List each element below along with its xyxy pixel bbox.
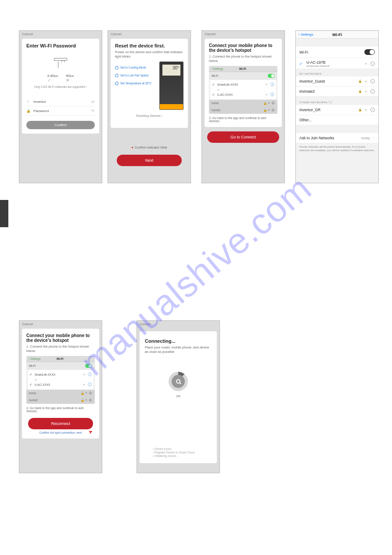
screenshot-connect-hotspot: Cancel Connect your mobile phone to the … <box>201 30 285 183</box>
mini-back: ‹ Settings <box>211 67 223 70</box>
password-input[interactable]: 🔒 Password 👁 <box>26 106 95 116</box>
page-side-tab <box>0 200 8 227</box>
toggle-icon[interactable] <box>364 49 375 55</box>
wifi-icon: ᯤ <box>365 90 368 93</box>
freq-24g: 2.4GHz✓ <box>47 74 58 83</box>
wifi-icon: 🔒 ᯤ ⓘ <box>81 399 92 402</box>
screenshot-ios-wifi-settings: ‹ Settings Wi-Fi Wi-Fi ✓ U-AC-197B Unsec… <box>295 30 379 183</box>
screen2-sub: Power on the device and confirm that ind… <box>115 50 183 59</box>
info-icon[interactable]: i <box>370 79 375 83</box>
lock-icon: 🔒 <box>358 90 362 93</box>
screenshot-row-2: Cancel Connect your mobile phone to the … <box>19 320 220 473</box>
arrow-icon: ➤ <box>87 428 94 435</box>
go-to-connect-button[interactable]: Go to Connect <box>207 131 279 143</box>
screen3-step2: 2. Go back to the app and continue to ad… <box>209 116 277 123</box>
info-icon: ⓘ <box>270 82 274 87</box>
wifi-icon: ᯤ <box>266 83 269 86</box>
cancel-link[interactable]: Cancel <box>108 31 191 39</box>
wifi-icon: ᯤ <box>365 109 368 112</box>
wifi-icon: 🔒 ᯤ ⓘ <box>263 102 275 105</box>
confirm-hotspot-link[interactable]: Confirm hot spot connection, next ➤ <box>26 431 95 434</box>
screen3-title: Connect your mobile phone to the device'… <box>209 43 277 53</box>
remote-illustration: 30° <box>159 62 183 110</box>
screen2-title: Reset the device first. <box>115 43 183 48</box>
screenshot-enter-wifi-password: Cancel Enter Wi-Fi Password 2.4GHz✓ 5GHz… <box>19 30 102 183</box>
cross-icon: ✕ <box>66 78 74 83</box>
mini-settings-panel: ‹ SettingsWi-Fi Wi-Fi ✓SmartLife-XXXXᯤⓘ … <box>26 356 95 404</box>
screen5-step2: 2. Go back to the app and continue to ad… <box>26 406 95 413</box>
screenshot-reset-device: Cancel Reset the device first. Power on … <box>108 30 191 183</box>
network-row[interactable]: Inventor_GR🔒ᯤi <box>296 105 378 115</box>
spinner-icon <box>329 100 332 103</box>
cancel-link[interactable]: Cancel <box>19 321 102 329</box>
progress-indicator <box>169 372 188 391</box>
supported-note[interactable]: Only 2.4G Wi-Fi networks are supported › <box>26 85 95 88</box>
info-icon[interactable]: i <box>370 62 375 66</box>
screen5-step1: 1. Connect the phone to the hotspot show… <box>26 345 95 353</box>
cancel-link[interactable]: Cancel <box>19 31 102 39</box>
network-row[interactable]: Inventor_Guest🔒ᯤi <box>296 76 378 87</box>
progress-percent: 1% <box>145 395 212 398</box>
reconnect-button[interactable]: Reconnect <box>28 418 93 429</box>
check-icon: ✓ <box>29 383 33 387</box>
info-icon[interactable]: i <box>370 108 375 112</box>
wifi-icon: ᯤ <box>83 383 86 386</box>
chevron-right-icon: › <box>374 136 375 140</box>
confirm-button[interactable]: Confirm <box>26 121 95 129</box>
lock-icon: 🔒 <box>358 80 362 83</box>
swap-icon[interactable]: ⇄ <box>91 99 95 104</box>
lock-icon: 🔒 <box>26 109 31 113</box>
info-icon: ⓘ <box>270 92 274 98</box>
wifi-icon: ᯤ <box>266 93 269 96</box>
toggle-icon <box>268 74 275 78</box>
check-icon: ✓ <box>47 78 58 83</box>
wifi-icon: 🔒 ᯤ ⓘ <box>81 392 92 395</box>
cancel-link[interactable]: Cancel <box>137 321 219 329</box>
option-fan[interactable]: Set to Low Fan Speed <box>115 74 157 77</box>
info-icon: ⓘ <box>88 372 92 377</box>
wifi-icon: ᯤ <box>365 62 368 65</box>
wifi-icon: ᯤ <box>365 80 368 83</box>
check-icon: ✓ <box>299 62 304 66</box>
wifi-icon: ᯤ <box>83 373 86 376</box>
wifi-title: Wi-Fi <box>296 33 378 37</box>
mini-back: ‹ Settings <box>29 357 40 360</box>
my-networks-header: MY NETWORKS <box>296 69 378 76</box>
wifi-toggle-row[interactable]: Wi-Fi <box>296 47 378 58</box>
next-button[interactable]: Next <box>117 155 182 166</box>
ssid-input[interactable]: ᯤ Inventor ⇄ <box>26 97 95 106</box>
connecting-title: Connecting... <box>145 338 212 344</box>
lock-icon: 🔒 <box>358 108 362 112</box>
mini-settings-panel: ‹ SettingsWi-Fi Wi-Fi ✓SmartLife-XXXXᯤⓘ … <box>209 66 277 114</box>
wifi-icon: ᯤ <box>26 100 31 104</box>
router-illustration <box>52 58 69 71</box>
other-networks-header: OTHER NETWORKS <box>296 97 378 105</box>
confirm-blink-checkbox[interactable]: ●Confirm indicator blink <box>108 145 191 149</box>
network-row[interactable]: Invmate2🔒ᯤi <box>296 87 378 97</box>
check-icon: ✓ <box>212 93 216 97</box>
search-icon <box>176 379 180 384</box>
cancel-link[interactable]: Cancel <box>202 31 284 39</box>
wifi-icon: 🔒 ᯤ ⓘ <box>263 109 275 112</box>
ask-to-join-row[interactable]: Ask to Join NetworksNotify› <box>296 133 378 143</box>
toggle-icon <box>85 364 92 368</box>
option-temp[interactable]: Set Temperature at 30°C <box>115 82 157 85</box>
ask-to-join-note: Known networks will be joined automatica… <box>296 143 378 155</box>
freq-5g: 5GHz✕ <box>66 74 74 83</box>
screen3-step1: 1. Connect the phone to the hotspot show… <box>209 54 277 63</box>
eye-icon[interactable]: 👁 <box>91 109 95 113</box>
info-icon[interactable]: i <box>370 89 375 94</box>
resetting-devices-link[interactable]: Resetting Devices › <box>115 114 183 117</box>
other-network-row[interactable]: Other... <box>296 115 378 125</box>
current-network-row[interactable]: ✓ U-AC-197B Unsecured Network ᯤ i <box>296 58 378 69</box>
check-icon: ✓ <box>212 83 216 87</box>
check-icon: ✓ <box>29 373 33 377</box>
progress-steps: Device found Register Device to Smart Cl… <box>153 447 194 458</box>
screenshot-row-1: Cancel Enter Wi-Fi Password 2.4GHz✓ 5GHz… <box>19 30 379 183</box>
option-cooling[interactable]: Set to Cooling Mode <box>115 66 157 69</box>
screen5-title: Connect your mobile phone to the device'… <box>26 333 95 343</box>
screen1-title: Enter Wi-Fi Password <box>26 43 95 48</box>
info-icon: ⓘ <box>88 382 92 388</box>
connecting-sub: Place your router, mobile phone, and dev… <box>145 345 212 354</box>
screenshot-connecting: Cancel Connecting... Place your router, … <box>137 320 220 473</box>
